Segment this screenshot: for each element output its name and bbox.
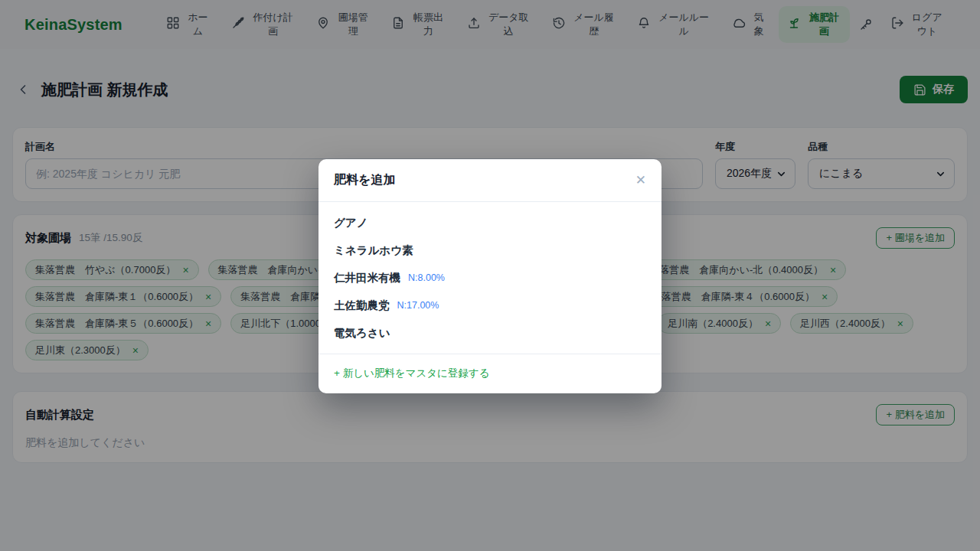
register-new-fertilizer-link[interactable]: + 新しい肥料をマスタに登録する [334, 367, 489, 379]
fertilizer-option[interactable]: 土佐勤農党 N:17.00% [318, 292, 662, 319]
fertilizer-list: グアノ ミネラルホウ素 仁井田米有機 N:8.00% 土佐勤農党 N:17.00… [318, 202, 662, 354]
close-icon[interactable]: ✕ [635, 174, 646, 187]
add-fertilizer-modal: 肥料を追加 ✕ グアノ ミネラルホウ素 仁井田米有機 N:8.00% 土佐勤農党… [318, 159, 662, 393]
fertilizer-option[interactable]: 仁井田米有機 N:8.00% [318, 264, 662, 292]
fertilizer-option[interactable]: ミネラルホウ素 [318, 236, 662, 264]
fertilizer-option[interactable]: グアノ [318, 209, 662, 236]
nitrogen-value: N:17.00% [397, 300, 439, 311]
fertilizer-option[interactable]: 電気ろさい [318, 319, 662, 347]
modal-title: 肥料を追加 [334, 172, 395, 188]
nitrogen-value: N:8.00% [408, 272, 445, 283]
